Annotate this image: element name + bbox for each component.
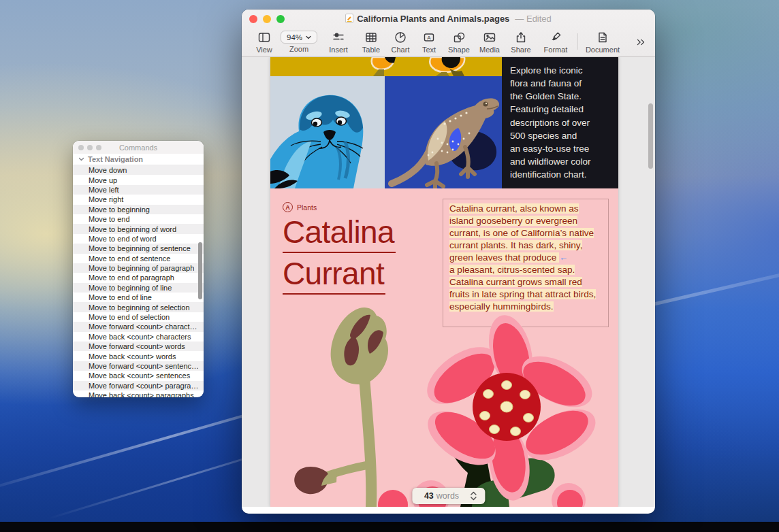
edited-label: — Edited [515,14,551,24]
pages-document-icon [345,14,353,23]
currant-flower-illustration[interactable] [270,295,618,507]
commands-window: Commands Text Navigation Move down Move … [73,141,204,397]
line-break-marker-icon: ← [559,252,568,263]
up-down-chevrons-icon [470,491,477,501]
inactive-minimize-button [87,145,93,150]
commands-window-controls [78,145,101,150]
command-item[interactable]: Move to end of line [73,293,204,302]
desktop: California Plants and Animals.pages — Ed… [0,0,779,532]
document-icon [596,31,609,44]
command-item[interactable]: Move forward <count> sentenc… [73,361,204,371]
command-item[interactable]: Move right [73,195,204,204]
toolbar-chart-button[interactable]: Chart [386,31,415,54]
command-item[interactable]: Move back <count> characters [73,332,204,342]
pages-titlebar[interactable]: California Plants and Animals.pages — Ed… [242,10,655,27]
badge-label: Plants [297,203,317,212]
heading-line-2: Currant [283,258,385,295]
commands-scrollbar[interactable] [198,242,202,299]
toolbar-insert-button[interactable]: Insert [321,31,356,54]
toolbar-shape-button[interactable]: Shape [443,31,475,54]
document-scrollbar[interactable] [648,103,653,169]
document-heading[interactable]: Catalina Currant [283,216,396,299]
intro-text: Explore the iconic flora and fauna of th… [510,64,610,181]
toolbar-document-button[interactable]: Document [582,31,624,54]
text-box-icon: A [422,31,436,44]
media-image-icon [483,31,496,44]
commands-window-title: Commands [119,144,157,152]
word-count-pill[interactable]: 43 words [412,488,485,504]
command-item[interactable]: Move to beginning of word [73,224,204,233]
pie-chart-icon [394,31,407,44]
format-brush-icon [549,31,562,44]
command-item[interactable]: Move up [73,175,204,184]
document-page[interactable]: Explore the iconic flora and fauna of th… [270,57,618,507]
toolbar-view-button[interactable]: View [251,31,277,54]
command-item[interactable]: Move to end [73,214,204,224]
pages-window: California Plants and Animals.pages — Ed… [242,10,655,514]
pink-section: A Plants Catalina Currant Catalina curra… [270,188,618,507]
toolbar-media-button[interactable]: Media [475,31,505,54]
poppy-strip-illustration[interactable] [270,57,502,76]
toolbar-share-button[interactable]: Share [505,31,537,54]
toolbar-format-button[interactable]: Format [537,31,574,54]
command-item[interactable]: Move to end of sentence [73,254,204,263]
share-icon [514,31,528,44]
fullscreen-button[interactable] [276,15,285,23]
disclosure-chevron-icon [78,157,84,161]
highlighted-text-part1: Catalina currant, also known as island g… [449,203,594,263]
zoom-level-dropdown[interactable]: 94% [281,31,317,44]
toolbar-table-button[interactable]: Table [356,31,386,54]
lizard-illustration[interactable] [385,76,502,188]
command-item[interactable]: Move to end of paragraph [73,273,204,282]
inactive-close-button [78,145,84,150]
pages-canvas: Explore the iconic flora and fauna of th… [242,57,655,507]
command-item[interactable]: Move back <count> paragraphs [73,390,204,397]
command-item[interactable]: Move to beginning of selection [73,302,204,312]
command-item[interactable]: Move back <count> sentences [73,371,204,380]
shapes-icon [452,31,466,44]
command-item[interactable]: Move left [73,185,204,195]
toolbar-text-button[interactable]: A Text [415,31,443,54]
command-item[interactable]: Move forward <count> paragra… [73,381,204,390]
document-top-band: Explore the iconic flora and fauna of th… [270,57,618,188]
minimize-button[interactable] [263,15,271,23]
section-text-navigation[interactable]: Text Navigation [73,154,204,165]
toolbar-divider [577,33,578,50]
view-sidebar-icon [257,31,271,44]
desktop-bottom-strip [0,522,779,532]
command-item[interactable]: Move to beginning of sentence [73,244,204,253]
command-item[interactable]: Move to beginning [73,205,204,214]
command-item[interactable]: Move to end of word [73,234,204,244]
command-item[interactable]: Move down [73,165,204,175]
animal-panels [270,76,502,188]
table-icon [364,31,378,44]
command-item[interactable]: Move to end of selection [73,312,204,322]
toolbar-overflow-button[interactable] [635,36,647,48]
commands-titlebar[interactable]: Commands [73,141,204,154]
heading-line-1: Catalina [283,216,396,253]
window-title: California Plants and Animals.pages — Ed… [345,14,552,24]
seal-illustration[interactable] [270,76,385,188]
command-item[interactable]: Move to beginning of paragraph [73,263,204,273]
command-item[interactable]: Move back <count> words [73,351,204,361]
pages-toolbar: View 94% Zoom Insert [242,27,655,56]
command-item[interactable]: Move forward <count> charact… [73,322,204,331]
close-button[interactable] [249,15,257,23]
command-item[interactable]: Move forward <count> words [73,342,204,351]
inactive-fullscreen-button [96,145,101,150]
svg-text:A: A [427,35,431,41]
zoom-value: 94% [287,33,302,41]
toolbar-zoom-control: 94% Zoom [277,31,321,53]
commands-list: Move down Move up Move left Move right M… [73,165,204,397]
window-controls [249,15,285,23]
word-count-value: 43 [424,491,434,501]
intro-text-box[interactable]: Explore the iconic flora and fauna of th… [502,57,618,188]
section-label: Text Navigation [88,155,143,163]
word-count-stepper[interactable] [470,491,477,501]
pages-window-header: California Plants and Animals.pages — Ed… [242,10,655,57]
insert-icon [332,31,345,44]
plants-badge[interactable]: A Plants [283,202,317,212]
command-item[interactable]: Move to beginning of line [73,283,204,293]
double-chevron-right-icon [635,36,647,48]
image-panels [270,57,502,188]
